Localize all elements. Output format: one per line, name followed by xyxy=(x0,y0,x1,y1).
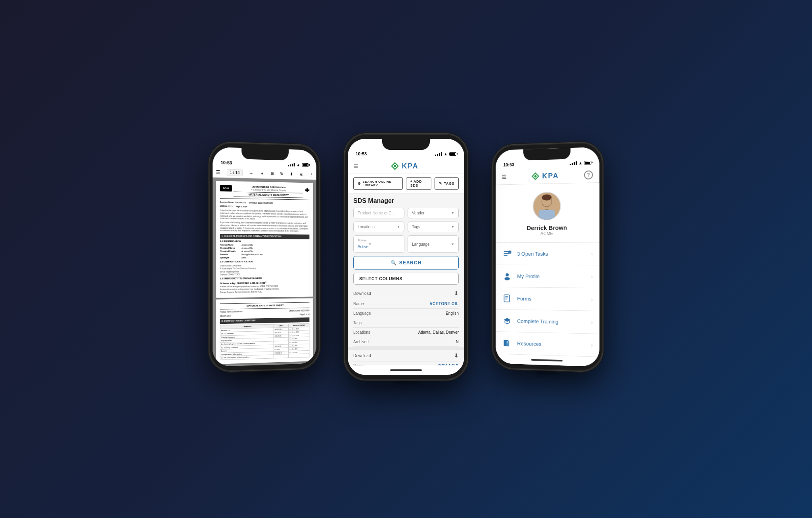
add-sds-btn[interactable]: + ADD SDS xyxy=(406,177,431,190)
status-filter[interactable]: Status Active ▼ xyxy=(353,235,404,253)
kpa-logo-center: KPA xyxy=(391,162,419,170)
svg-rect-20 xyxy=(505,296,508,297)
search-online-library-btn[interactable]: ⊕ SEARCH ONLINE LIBRARY xyxy=(353,177,403,190)
kpa-diamond-icon-right xyxy=(531,172,540,180)
msds-num-label: MSDS#: 2519 xyxy=(220,205,233,208)
body-text-1: Union Carbide urges each customer or rec… xyxy=(220,209,310,221)
plus-icon: ✚ xyxy=(305,187,310,195)
my-profile-chevron: › xyxy=(591,273,593,279)
name-value-2[interactable]: DRY ACID xyxy=(439,364,459,365)
language-chevron: ▼ xyxy=(451,242,454,246)
avatar xyxy=(532,191,561,220)
search-button[interactable]: 🔍 SEARCH xyxy=(353,256,459,270)
tags-filter[interactable]: Tags ▼ xyxy=(408,222,459,232)
search-magnifier-icon: 🔍 xyxy=(391,260,397,266)
locations-chevron: ▼ xyxy=(397,225,400,229)
menu-item-forms[interactable]: Forms › xyxy=(496,287,599,311)
resources-label: Resources xyxy=(517,340,586,348)
download-icon-pdf[interactable]: ⬇ xyxy=(290,172,293,176)
wifi-icon-left: ▲ xyxy=(297,162,301,166)
sds-action-bar: ⊕ SEARCH ONLINE LIBRARY + ADD SDS ✎ TAGS xyxy=(348,174,464,193)
company-address: Union Carbide CorporationA Subsidiary of… xyxy=(220,264,310,276)
status-time-right: 10:53 xyxy=(504,162,514,167)
product-name-filter[interactable]: Product Name or C... xyxy=(353,208,404,218)
section-2-header: 2. COMPOSITION INFORMATION xyxy=(220,317,310,324)
hamburger-icon-right[interactable]: ☰ xyxy=(502,174,507,180)
locations-label-1: Locations xyxy=(353,330,370,335)
product-name-label: Product Name: Acetone Oils xyxy=(220,201,246,204)
refresh-icon[interactable]: ↻ xyxy=(280,171,283,176)
form-icon xyxy=(503,294,511,302)
result-name-1: Name ACETONE OIL xyxy=(353,299,459,309)
center-phone: 10:53 ▲ xyxy=(345,134,467,380)
status-label: Status xyxy=(358,239,368,242)
locations-filter[interactable]: Locations ▼ xyxy=(353,222,404,232)
result-divider xyxy=(348,347,464,350)
tags-btn[interactable]: ✎ TAGS xyxy=(435,177,459,190)
person-icon-wrap xyxy=(502,270,513,281)
kpa-logo-right: KPA xyxy=(531,171,559,181)
svg-rect-19 xyxy=(504,294,509,302)
name-value-1[interactable]: ACETONE OIL xyxy=(429,302,459,306)
vendor-chevron: ▼ xyxy=(451,211,454,215)
print-icon[interactable]: 🖨 xyxy=(299,172,303,176)
search-lib-icon: ⊕ xyxy=(358,182,361,185)
forms-chevron: › xyxy=(591,296,593,302)
phone-notch-right xyxy=(523,148,571,161)
tags-chevron: ▼ xyxy=(451,225,454,229)
more-icon[interactable]: ⋮ xyxy=(309,172,313,176)
menu-item-complete-training[interactable]: Complete Training › xyxy=(496,309,599,334)
language-value-1: English xyxy=(446,311,459,315)
select-columns-button[interactable]: SELECT COLUMNS xyxy=(353,273,459,285)
right-phone: 10:53 ▲ xyxy=(493,142,603,371)
locations-value-1: Atlanta, Dallas, Denver xyxy=(418,330,459,335)
signal-icon-center xyxy=(435,152,442,156)
menu-item-open-tasks[interactable]: 3 3 Open Tasks › xyxy=(496,242,599,265)
section-1-3: 1.3 EMERGENCY TELEPHONE NUMBER xyxy=(220,277,310,280)
page2-page: Page 2 of 14 xyxy=(300,313,310,316)
menu-item-resources[interactable]: Resources › xyxy=(496,332,599,357)
page2-product: Product Name: Acetone Oils xyxy=(220,310,243,313)
emergency-text: Number for non-emergency questions conce… xyxy=(220,285,310,294)
result-download-1: Download ⬇ xyxy=(353,288,459,299)
phone-notch-left xyxy=(241,148,289,161)
result-language-1: Language English xyxy=(353,309,459,318)
tasks-icon: 3 xyxy=(503,249,511,258)
vendor-filter[interactable]: Vendor ▼ xyxy=(408,208,459,218)
section-1-1: 1.1 IDENTIFICATION xyxy=(220,240,310,243)
result-tags-1: Tags xyxy=(353,318,459,328)
archived-value-1: N xyxy=(456,340,459,344)
page2-title: MATERIAL SAFETY DATA SHEET xyxy=(220,302,310,309)
svg-point-18 xyxy=(504,277,510,280)
person-icon xyxy=(503,271,511,280)
help-icon[interactable]: ? xyxy=(584,170,593,180)
left-phone: 10:53 ▲ xyxy=(209,142,319,371)
hamburger-icon-pdf[interactable]: ☰ xyxy=(216,169,220,175)
hamburger-icon-center[interactable]: ☰ xyxy=(353,163,358,169)
name-label-1: Name xyxy=(353,302,364,306)
language-filter[interactable]: Language ▼ xyxy=(408,235,459,253)
svg-rect-12 xyxy=(504,251,509,252)
page-indicator: 1 / 14 xyxy=(227,169,242,176)
resources-chevron: › xyxy=(591,342,593,348)
sds-results: Download ⬇ Name ACETONE OIL Language Eng… xyxy=(348,288,464,365)
page2-date: Effective Date: 08/25/2000 xyxy=(289,309,309,312)
battery-icon-right xyxy=(584,161,591,164)
sds-navbar: ☰ KPA xyxy=(348,159,464,174)
sds-filters: Product Name or C... Vendor ▼ Locations … xyxy=(348,208,464,253)
resources-icon xyxy=(503,338,511,347)
resources-icon-wrap xyxy=(502,337,513,348)
zoom-plus[interactable]: + xyxy=(260,170,264,176)
effective-date-label: Effective Date: 08/25/2000 xyxy=(249,201,273,205)
dow-logo: DOW xyxy=(220,185,232,191)
tag-icon: ✎ xyxy=(439,182,442,185)
download-icon-2[interactable]: ⬇ xyxy=(454,352,459,359)
open-tasks-label: 3 Open Tasks xyxy=(517,250,586,256)
download-icon-1[interactable]: ⬇ xyxy=(454,290,459,296)
menu-item-my-profile[interactable]: My Profile › xyxy=(496,265,599,288)
training-icon xyxy=(503,316,511,325)
grid-icon[interactable]: ⊞ xyxy=(271,171,274,176)
pdf-page-2: MATERIAL SAFETY DATA SHEET Product Name:… xyxy=(216,298,313,364)
zoom-minus[interactable]: − xyxy=(249,170,253,176)
complete-training-chevron: › xyxy=(591,319,593,325)
